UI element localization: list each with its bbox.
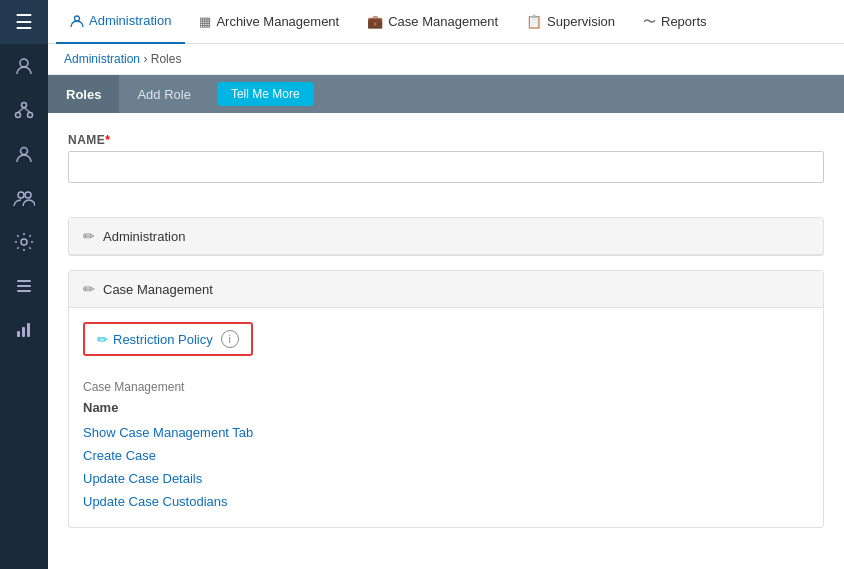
permission-section-label: Case Management: [83, 380, 809, 394]
form-content: NAME* ✏ Administration ✏ Case Management: [48, 113, 844, 528]
permission-name-header: Name: [83, 400, 809, 415]
svg-point-0: [20, 59, 28, 67]
svg-rect-12: [17, 290, 31, 292]
pencil-icon-2: ✏: [83, 281, 95, 297]
permission-show-case-management-tab[interactable]: Show Case Management Tab: [83, 421, 809, 444]
svg-point-1: [22, 103, 27, 108]
svg-rect-14: [22, 327, 25, 337]
administration-section-header[interactable]: ✏ Administration: [69, 218, 823, 255]
case-management-section-header[interactable]: ✏ Case Management: [69, 271, 823, 308]
svg-point-6: [21, 148, 28, 155]
user-single-icon[interactable]: [0, 132, 48, 176]
top-navigation: Administration ▦ Archive Management 💼 Ca…: [48, 0, 844, 44]
svg-rect-10: [17, 280, 31, 282]
svg-rect-11: [17, 285, 31, 287]
svg-point-7: [18, 192, 24, 198]
tab-roles[interactable]: Roles: [48, 75, 119, 113]
permission-update-case-custodians[interactable]: Update Case Custodians: [83, 490, 809, 513]
tell-me-more-button[interactable]: Tell Me More: [217, 82, 314, 106]
tab-add-role[interactable]: Add Role: [119, 75, 208, 113]
case-management-body: ✏ Restriction Policy i Case Management N…: [69, 308, 823, 527]
name-input[interactable]: [68, 151, 824, 183]
settings-icon[interactable]: [0, 220, 48, 264]
main-content: Administration › Roles Roles Add Role Te…: [48, 44, 844, 569]
network-icon[interactable]: [0, 88, 48, 132]
pencil-icon: ✏: [83, 228, 95, 244]
bar-chart-icon[interactable]: [0, 308, 48, 352]
restriction-policy-button[interactable]: ✏ Restriction Policy: [97, 332, 213, 347]
breadcrumb: Administration › Roles: [48, 44, 844, 75]
tab-bar: Roles Add Role Tell Me More: [48, 75, 844, 113]
person-icon[interactable]: [0, 44, 48, 88]
svg-line-4: [18, 108, 24, 113]
svg-point-2: [16, 113, 21, 118]
nav-administration[interactable]: Administration: [56, 0, 185, 44]
svg-rect-13: [17, 331, 20, 337]
nav-case-management[interactable]: 💼 Case Management: [353, 0, 512, 44]
case-management-section: ✏ Case Management ✏ Restriction Policy i…: [68, 270, 824, 528]
group-icon[interactable]: [0, 176, 48, 220]
nav-supervision[interactable]: 📋 Supervision: [512, 0, 629, 44]
edit-icon: ✏: [97, 332, 108, 347]
svg-point-9: [21, 239, 27, 245]
name-field-group: NAME*: [68, 133, 824, 201]
svg-line-5: [24, 108, 30, 113]
list-icon[interactable]: [0, 264, 48, 308]
permission-create-case[interactable]: Create Case: [83, 444, 809, 467]
permission-update-case-details[interactable]: Update Case Details: [83, 467, 809, 490]
menu-icon[interactable]: ☰: [0, 0, 48, 44]
info-icon[interactable]: i: [221, 330, 239, 348]
svg-point-8: [25, 192, 31, 198]
breadcrumb-parent[interactable]: Administration: [64, 52, 140, 66]
restriction-policy-container: ✏ Restriction Policy i: [83, 322, 809, 370]
restriction-policy-box: ✏ Restriction Policy i: [83, 322, 253, 356]
nav-reports[interactable]: 〜 Reports: [629, 0, 721, 44]
breadcrumb-current: Roles: [151, 52, 182, 66]
sidebar: ☰: [0, 0, 48, 569]
administration-section: ✏ Administration: [68, 217, 824, 256]
nav-archive-management[interactable]: ▦ Archive Management: [185, 0, 353, 44]
svg-point-16: [75, 16, 80, 21]
svg-rect-15: [27, 323, 30, 337]
name-label: NAME*: [68, 133, 824, 147]
svg-point-3: [28, 113, 33, 118]
